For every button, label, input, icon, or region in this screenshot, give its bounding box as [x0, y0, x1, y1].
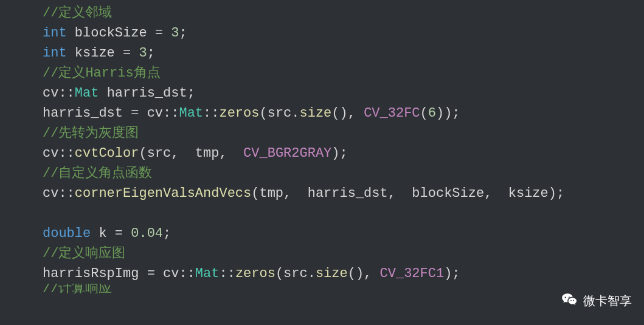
identifier: harrisRspImg: [43, 264, 139, 284]
number-literal: 3: [139, 43, 147, 63]
identifier: harris_dst: [107, 83, 187, 103]
identifier: k: [99, 224, 106, 244]
type: Mat: [195, 264, 220, 284]
code-line: cv::cvtColor(src, tmp, CV_BGR2GRAY);: [43, 143, 644, 163]
keyword: double: [43, 224, 91, 244]
code-line: harris_dst = cv::Mat::zeros(src.size(), …: [43, 103, 644, 123]
code-line: //定义Harris角点: [43, 63, 644, 83]
comment-text: //定义Harris角点: [43, 63, 161, 83]
macro: CV_BGR2GRAY: [243, 143, 331, 163]
code-line: harrisRspImg = cv::Mat::zeros(src.size()…: [43, 264, 644, 284]
macro: CV_32FC: [364, 103, 420, 123]
namespace: cv: [43, 83, 58, 103]
identifier: tmp: [259, 183, 283, 204]
watermark: 微卡智享: [561, 292, 632, 310]
code-line: int ksize = 3;: [43, 43, 644, 63]
identifier: harris_dst: [43, 103, 123, 123]
wechat-icon: [561, 292, 578, 309]
code-line: //定义响应图: [43, 244, 644, 264]
identifier: tmp: [195, 143, 220, 163]
number-literal: 3: [171, 23, 179, 43]
keyword: int: [43, 43, 67, 63]
code-line: //自定义角点函数: [43, 163, 644, 183]
code-line: double k = 0.04;: [43, 224, 644, 244]
function: size: [316, 264, 348, 284]
code-line: //计算响应: [43, 284, 644, 293]
keyword: int: [43, 23, 67, 43]
comment-text: //自定义角点函数: [43, 163, 152, 183]
identifier: src: [268, 103, 292, 123]
function: zeros: [219, 103, 259, 123]
code-line: int blockSize = 3;: [43, 23, 644, 43]
namespace: cv: [147, 103, 163, 123]
type: Mat: [179, 103, 203, 123]
number-literal: 0.04: [131, 224, 163, 244]
namespace: cv: [43, 143, 58, 163]
watermark-text: 微卡智享: [583, 292, 632, 310]
number-literal: 6: [428, 103, 436, 123]
identifier: ksize: [508, 183, 549, 204]
comment-text: //先转为灰度图: [43, 123, 139, 143]
function: zeros: [235, 264, 275, 284]
macro: CV_32FC1: [380, 264, 445, 284]
comment-text: //定义邻域: [43, 3, 112, 23]
function: cvtColor: [75, 143, 139, 163]
identifier: blockSize: [412, 183, 484, 204]
identifier: src: [147, 143, 171, 163]
code-editor[interactable]: //定义邻域 int blockSize = 3; int ksize = 3;…: [43, 3, 644, 293]
code-line: //定义邻域: [43, 3, 644, 23]
type: Mat: [75, 83, 99, 103]
code-line-blank: [43, 204, 644, 224]
comment-text: //计算响应: [43, 284, 112, 293]
comment-text: //定义响应图: [43, 244, 125, 264]
identifier: blockSize: [75, 23, 147, 43]
code-line: cv::cornerEigenValsAndVecs(tmp, harris_d…: [43, 183, 644, 204]
identifier: src: [283, 264, 308, 284]
code-line: cv::Mat harris_dst;: [43, 83, 644, 103]
identifier: harris_dst: [308, 183, 388, 204]
identifier: ksize: [75, 43, 115, 63]
function: size: [300, 103, 332, 123]
code-line: //先转为灰度图: [43, 123, 644, 143]
function: cornerEigenValsAndVecs: [75, 183, 251, 204]
namespace: cv: [43, 183, 58, 204]
namespace: cv: [163, 264, 179, 284]
